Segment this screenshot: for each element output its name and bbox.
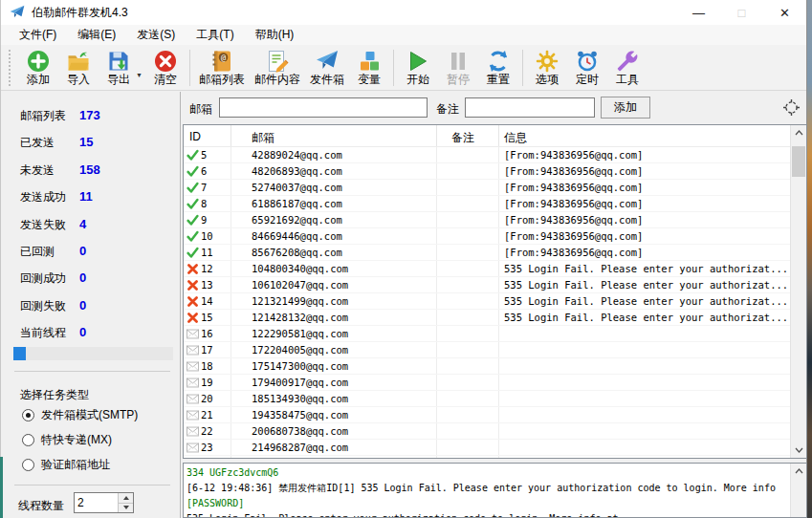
cell-note <box>437 326 499 341</box>
column-header-email[interactable]: 邮箱 <box>231 125 437 146</box>
toolbar-button-pause[interactable]: 暂停 <box>438 46 478 90</box>
toolbar-button-export[interactable]: 导出 <box>99 46 139 90</box>
table-row[interactable]: 18175147300@qq.com <box>184 358 790 375</box>
table-row[interactable]: 1084669446@qq.com[From:943836956@qq.com] <box>184 228 790 245</box>
timer-clock-icon <box>576 50 599 73</box>
toolbar-button-mail-list[interactable]: @邮箱列表 <box>194 46 250 90</box>
table-row[interactable]: 23214968287@qq.com <box>184 440 790 456</box>
radio-label: 发件箱模式(SMTP) <box>41 407 138 423</box>
table-row[interactable]: 15121428132@qq.com535 Login Fail. Please… <box>184 310 790 326</box>
stepper-up-icon[interactable] <box>119 493 133 503</box>
table-row[interactable]: 542889024@qq.com[From:943836956@qq.com] <box>184 147 790 163</box>
table-row[interactable]: 648206893@qq.com[From:943836956@qq.com] <box>184 163 790 180</box>
email-input[interactable] <box>219 97 428 118</box>
cell-info: [From:943836956@qq.com] <box>499 228 790 244</box>
table-row[interactable]: 17172204005@qq.com <box>184 342 790 358</box>
cell-info: 535 Login Fail. Please enter your author… <box>499 277 790 292</box>
column-header-info[interactable]: 信息 <box>499 125 790 146</box>
table-row[interactable]: 752740037@qq.com[From:943836956@qq.com] <box>184 180 790 196</box>
scroll-down-icon[interactable] <box>791 442 806 458</box>
toolbar-button-outbox[interactable]: 发件箱 <box>305 46 349 90</box>
stepper-down-icon[interactable] <box>119 503 133 513</box>
scrollbar-thumb[interactable] <box>792 146 805 177</box>
toolbar-button-mail-content[interactable]: 邮件内容 <box>250 46 305 90</box>
radio-button[interactable] <box>22 409 34 421</box>
table-row[interactable]: 1185676208@qq.com[From:943836956@qq.com] <box>184 245 790 261</box>
toolbar-button-add[interactable]: 添加 <box>18 46 58 90</box>
table-row[interactable]: 20185134930@qq.com <box>184 391 790 407</box>
toolbar-button-reset[interactable]: 重置 <box>478 46 518 90</box>
table-row[interactable]: 13106102047@qq.com535 Login Fail. Please… <box>184 277 790 293</box>
window-controls: — □ ✕ <box>677 0 806 25</box>
cell-id: 5 <box>184 147 231 162</box>
thread-count-input[interactable] <box>75 493 118 512</box>
minimize-icon[interactable]: — <box>677 0 720 25</box>
table-row[interactable]: 861886187@qq.com[From:943836956@qq.com] <box>184 196 790 212</box>
menu-item[interactable]: 文件(F) <box>9 25 67 45</box>
crosshair-target-icon[interactable] <box>783 99 800 116</box>
log-scrollbar[interactable] <box>790 464 806 517</box>
menu-item[interactable]: 发送(S) <box>126 25 186 45</box>
note-label: 备注 <box>436 101 459 118</box>
table-row[interactable]: 14121321499@qq.com535 Login Fail. Please… <box>184 293 790 310</box>
scroll-up-icon[interactable] <box>791 464 806 479</box>
fail-x-icon <box>187 279 199 291</box>
cell-id: 15 <box>184 310 231 325</box>
table-row[interactable]: 21194358475@qq.com <box>184 407 790 423</box>
stat-value: 4 <box>79 217 86 231</box>
radio-option[interactable]: 发件箱模式(SMTP) <box>22 407 138 423</box>
table-row[interactable]: 965921692@qq.com[From:943836956@qq.com] <box>184 212 790 228</box>
cell-email: 104800340@qq.com <box>231 261 437 276</box>
cell-email: 121321499@qq.com <box>231 293 437 309</box>
cell-note <box>437 440 499 455</box>
table-row[interactable]: 12104800340@qq.com535 Login Fail. Please… <box>184 261 790 277</box>
toolbar-button-variables[interactable]: 变量 <box>349 46 389 90</box>
fail-x-icon <box>187 295 199 308</box>
toolbar-button-import[interactable]: 导入 <box>58 46 99 90</box>
note-input[interactable] <box>465 97 595 118</box>
table-row[interactable]: 16122290581@qq.com <box>184 326 790 342</box>
toolbar-button-tools[interactable]: 工具 <box>607 46 647 90</box>
log-panel: 334 UGFzc3dvcmQ6[6-12 19:48:36] 禁用发件箱ID[… <box>183 463 807 518</box>
toolbar-button-timer[interactable]: 定时 <box>567 46 607 90</box>
toolbar-button-label: 选项 <box>536 73 559 86</box>
column-header-id[interactable]: ID <box>184 125 231 146</box>
maximize-icon[interactable]: □ <box>720 0 763 25</box>
table-scrollbar[interactable] <box>790 125 806 458</box>
row-id-text: 8 <box>201 198 207 209</box>
radio-option[interactable]: 验证邮箱地址 <box>22 457 110 473</box>
toolbar-button-start[interactable]: 开始 <box>398 46 438 90</box>
menu-item[interactable]: 帮助(H) <box>245 25 305 45</box>
radio-button[interactable] <box>22 459 34 471</box>
column-header-note[interactable]: 备注 <box>437 125 499 146</box>
stat-label: 邮箱列表 <box>20 108 79 124</box>
add-button[interactable]: 添加 <box>601 97 650 119</box>
radio-option[interactable]: 特快专递(MX) <box>22 432 112 448</box>
stat-value: 0 <box>79 325 86 339</box>
table-row[interactable]: 19179400917@qq.com <box>184 375 790 391</box>
cell-id: 11 <box>184 245 231 260</box>
radio-button[interactable] <box>22 434 34 446</box>
row-id-text: 22 <box>201 425 213 437</box>
toolbar-button-label: 添加 <box>27 73 50 86</box>
reset-arrows-icon <box>487 50 510 73</box>
menu-item[interactable]: 编辑(E) <box>67 25 126 45</box>
progress-bar <box>13 347 173 360</box>
cell-id: 8 <box>184 196 231 211</box>
menu-item[interactable]: 工具(T) <box>186 25 244 45</box>
row-id-text: 11 <box>201 247 213 258</box>
cell-info: [From:943836956@qq.com] <box>499 212 790 227</box>
main-pane: 邮箱 备注 添加 ID 邮箱 备注 信息 542889024@qq.com[Fr… <box>183 92 808 518</box>
toolbar-button-clear[interactable]: 清空 <box>145 46 186 90</box>
table-row[interactable]: 22200680738@qq.com <box>184 423 790 440</box>
cell-note <box>437 391 499 406</box>
cell-info <box>499 423 790 439</box>
scroll-up-icon[interactable] <box>791 125 806 140</box>
close-icon[interactable]: ✕ <box>763 0 806 25</box>
toolbar-button-options[interactable]: 选项 <box>527 46 567 90</box>
row-id-text: 5 <box>201 149 207 161</box>
outbox-plane-icon <box>316 50 339 73</box>
dropdown-arrow-icon[interactable]: ▼ <box>136 72 143 78</box>
cell-id: 9 <box>184 212 231 227</box>
cell-email: 106102047@qq.com <box>231 277 437 292</box>
